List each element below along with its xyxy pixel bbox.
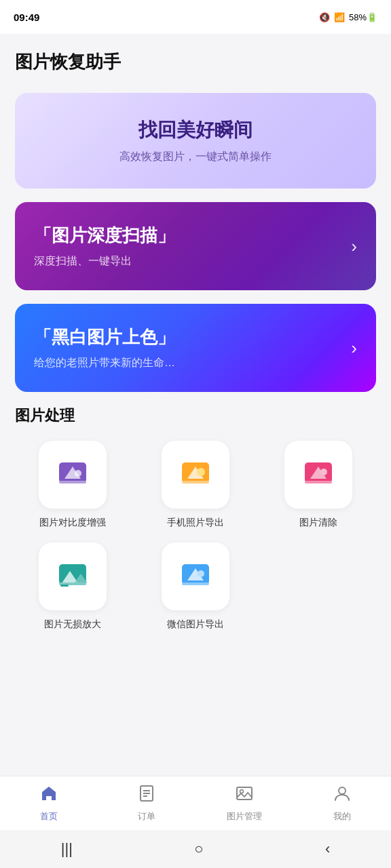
icon-label-phone-export: 手机照片导出 <box>167 517 224 529</box>
nav-item-home[interactable]: 首页 <box>25 784 73 823</box>
recent-apps-button[interactable]: ||| <box>61 840 73 858</box>
svg-point-32 <box>339 787 346 794</box>
icon-label-clean: 图片清除 <box>299 517 337 529</box>
icon-box-phone-export <box>162 441 229 509</box>
battery-label: 58%🔋 <box>349 12 377 22</box>
icon-label-contrast: 图片对比度增强 <box>39 517 106 529</box>
signal-icon: 📶 <box>334 12 345 22</box>
deep-scan-subtitle: 深度扫描、一键导出 <box>34 254 357 269</box>
icon-item-phone-export[interactable]: 手机照片导出 <box>138 441 254 529</box>
nav-label-gallery: 图片管理 <box>227 810 262 823</box>
clean-icon <box>301 457 336 492</box>
mute-icon: 🔇 <box>319 12 330 22</box>
svg-rect-9 <box>182 481 209 484</box>
icon-grid-row2: 图片无损放大 微信图片导出 <box>15 542 376 631</box>
home-icon <box>39 784 58 808</box>
status-icons: 🔇 📶 58%🔋 <box>319 12 377 22</box>
svg-rect-4 <box>59 481 86 484</box>
nav-item-mine[interactable]: 我的 <box>318 784 366 823</box>
mine-icon <box>333 784 352 808</box>
svg-point-3 <box>75 470 81 477</box>
svg-rect-14 <box>305 481 332 484</box>
nav-item-order[interactable]: 订单 <box>123 784 170 823</box>
colorize-arrow: › <box>351 338 357 359</box>
svg-rect-20 <box>60 585 69 587</box>
icon-grid-row1: 图片对比度增强 手机照片导出 <box>15 441 376 529</box>
wechat-export-icon <box>178 559 213 594</box>
hero-banner: 找回美好瞬间 高效恢复图片，一键式简单操作 <box>15 93 376 189</box>
icon-box-wechat-export <box>162 542 229 610</box>
svg-point-24 <box>198 570 204 577</box>
icon-box-contrast <box>39 441 107 509</box>
nav-label-home: 首页 <box>40 810 58 823</box>
icon-item-wechat-export[interactable]: 微信图片导出 <box>138 542 254 631</box>
colorize-title: 「黑白图片上色」 <box>34 326 357 349</box>
nav-label-mine: 我的 <box>333 810 351 823</box>
contrast-icon <box>55 457 90 492</box>
icon-box-enlarge <box>39 542 107 610</box>
icon-label-wechat-export: 微信图片导出 <box>167 618 224 631</box>
status-time: 09:49 <box>14 12 39 23</box>
back-button[interactable]: ‹ <box>325 840 330 858</box>
svg-point-8 <box>197 468 205 476</box>
icon-box-clean <box>284 441 352 509</box>
icon-label-enlarge: 图片无损放大 <box>44 618 101 631</box>
phone-export-icon <box>178 457 213 492</box>
colorize-card[interactable]: 「黑白图片上色」 给您的老照片带来新的生命… › <box>15 304 376 392</box>
deep-scan-title: 「图片深度扫描」 <box>34 224 357 248</box>
order-icon <box>137 784 156 808</box>
svg-point-31 <box>240 790 244 793</box>
enlarge-icon <box>55 559 90 594</box>
home-button[interactable]: ○ <box>194 840 203 858</box>
gallery-icon <box>235 784 254 808</box>
svg-rect-30 <box>237 787 252 800</box>
svg-point-13 <box>320 469 327 475</box>
colorize-subtitle: 给您的老照片带来新的生命… <box>34 356 357 370</box>
nav-label-order: 订单 <box>138 810 155 823</box>
page-title: 图片恢复助手 <box>15 50 376 74</box>
svg-rect-25 <box>182 583 209 585</box>
system-nav-bar: ||| ○ ‹ <box>0 830 391 868</box>
icon-item-clean[interactable]: 图片清除 <box>260 441 376 529</box>
hero-subtitle: 高效恢复图片，一键式简单操作 <box>34 150 357 164</box>
main-content: 图片恢复助手 找回美好瞬间 高效恢复图片，一键式简单操作 「图片深度扫描」 深度… <box>0 34 391 776</box>
deep-scan-arrow: › <box>351 236 357 257</box>
hero-title: 找回美好瞬间 <box>34 117 357 143</box>
deep-scan-card[interactable]: 「图片深度扫描」 深度扫描、一键导出 › <box>15 202 376 290</box>
bottom-nav: 首页 订单 图片管理 我的 <box>0 776 391 830</box>
icon-item-enlarge[interactable]: 图片无损放大 <box>15 542 131 631</box>
nav-item-gallery[interactable]: 图片管理 <box>221 784 268 823</box>
icon-item-contrast[interactable]: 图片对比度增强 <box>15 441 131 529</box>
status-bar: 09:49 🔇 📶 58%🔋 <box>0 0 391 34</box>
section-title: 图片处理 <box>15 406 376 426</box>
